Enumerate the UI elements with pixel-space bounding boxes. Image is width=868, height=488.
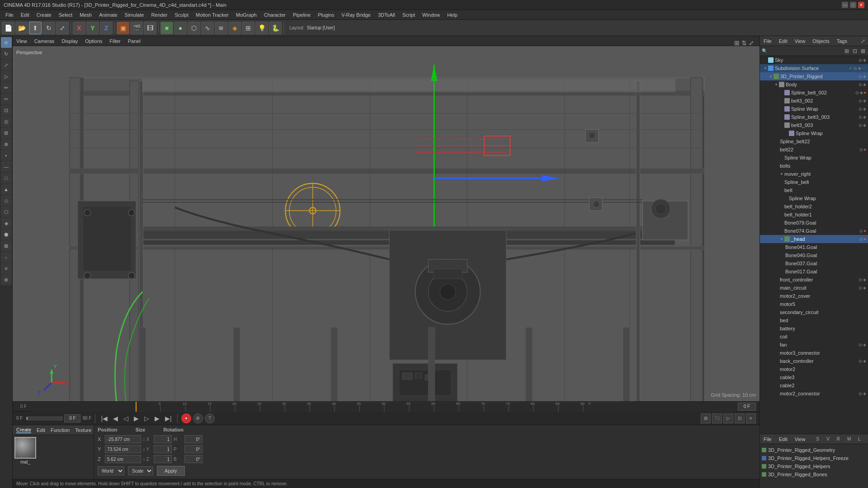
right-obj-row-bones[interactable]: 3D_Printer_Rigged_Bones <box>762 470 866 479</box>
menu-select[interactable]: Select <box>55 11 76 19</box>
viewport-3d[interactable]: Perspective <box>13 46 760 401</box>
fan-lock[interactable]: ◈ <box>863 343 866 347</box>
obj-item-spline-wrap-1[interactable]: Spline Wrap ◎ ◈ <box>760 105 868 113</box>
toolbar-render-all[interactable]: 🎞 <box>144 22 156 34</box>
current-frame-input[interactable] <box>738 403 756 411</box>
toolbar-sphere[interactable]: ● <box>174 22 187 34</box>
viewport-menu-options[interactable]: Options <box>85 38 102 44</box>
menu-simulate[interactable]: Simulate <box>121 11 148 19</box>
spb002-visible[interactable]: ◎ <box>855 90 859 95</box>
tool-loop[interactable]: ⊡ <box>1 105 12 116</box>
sub-visible-icon[interactable]: ◎ <box>854 66 857 70</box>
obj-item-belt[interactable]: belt <box>760 186 868 194</box>
toolbar-tool6[interactable]: 🐍 <box>269 22 282 34</box>
mc-lock[interactable]: ◈ <box>863 286 866 290</box>
viewport-menu-cameras[interactable]: Cameras <box>34 38 55 44</box>
mat-tab-function[interactable]: Function <box>51 427 70 433</box>
p-rotation-input[interactable] <box>184 445 203 453</box>
spb002-more[interactable]: ● <box>864 90 866 95</box>
viewport-menu-display[interactable]: Display <box>61 38 78 44</box>
tool-more2[interactable]: ⊕ <box>1 274 12 285</box>
next-frame-button[interactable]: ▶ <box>153 414 161 423</box>
obj-btn-2[interactable]: ⊡ <box>852 47 858 55</box>
playback-settings-button[interactable]: ⚙ <box>193 413 203 423</box>
toolbar-render-active[interactable]: 🎬 <box>130 22 143 34</box>
menu-mograph[interactable]: MoGraph <box>232 11 260 19</box>
tool-point[interactable]: • <box>1 150 12 161</box>
obj-item-motor3-connector[interactable]: motor3_connector <box>760 349 868 357</box>
minimize-button[interactable]: — <box>842 2 848 8</box>
b3002-lock[interactable]: ◈ <box>863 99 866 103</box>
goto-end-button[interactable]: ▶| <box>163 414 174 423</box>
obj-item-spline-belt[interactable]: Spline_belt <box>760 178 868 186</box>
tool-collapse[interactable]: ⊠ <box>1 240 12 251</box>
toolbar-new[interactable]: 📄 <box>2 22 14 34</box>
obj-item-bed[interactable]: bed <box>760 316 868 324</box>
tool-scale[interactable]: ⤢ <box>1 60 12 70</box>
tool-magnet[interactable]: ◎ <box>1 116 12 127</box>
obj-item-belt3-003[interactable]: belt3_003 ◎ ◈ <box>760 121 868 129</box>
obj-btn-1[interactable]: ⊞ <box>844 47 850 55</box>
b22-lock[interactable]: ● <box>864 147 866 152</box>
obj-item-mover-right[interactable]: ▼ mover_right <box>760 170 868 178</box>
fc-visible[interactable]: ◎ <box>859 277 862 282</box>
b22-visible[interactable]: ◎ <box>859 147 863 152</box>
obj-item-spline-wrap-4[interactable]: Spline Wrap <box>760 194 868 202</box>
menu-mesh[interactable]: Mesh <box>76 11 95 19</box>
playback-frame-input[interactable] <box>64 414 80 422</box>
obj-item-spline-belt-002[interactable]: Spline_belt_002 ◎ ◈ ● <box>760 89 868 97</box>
menu-animate[interactable]: Animate <box>95 11 121 19</box>
z-size-input[interactable] <box>154 455 172 463</box>
toolbar-cube[interactable]: ■ <box>160 22 173 34</box>
printer-visible-icon[interactable]: ◎ <box>859 74 862 79</box>
tool-split[interactable]: ⬦ <box>1 252 12 263</box>
prev-frame-button[interactable]: ◀ <box>111 414 120 423</box>
timeline-btn-4[interactable]: ⊡ <box>735 413 745 423</box>
obj-tab-file[interactable]: File <box>762 38 774 45</box>
obj-item-head[interactable]: ▼ _head ◎ ● <box>760 235 868 243</box>
z-position-input[interactable] <box>105 455 141 463</box>
toolbar-scale[interactable]: ⤢ <box>56 22 69 34</box>
obj-item-belt-holder1[interactable]: belt_holder1 <box>760 211 868 219</box>
maximize-button[interactable]: □ <box>850 2 856 8</box>
obj-item-bone040[interactable]: Bone040.Goal <box>760 251 868 259</box>
obj-item-secondary-circuit[interactable]: secondary_circuit <box>760 308 868 316</box>
obj-item-fan[interactable]: fan ◎ ◈ <box>760 341 868 349</box>
mc-visible[interactable]: ◎ <box>859 286 862 290</box>
obj-item-motor5[interactable]: motor5 <box>760 300 868 308</box>
toolbar-tool4[interactable]: ⊞ <box>242 22 255 34</box>
viewport-menu-panel[interactable]: Panel <box>128 38 141 44</box>
obj-item-spline-wrap-3[interactable]: Spline Wrap <box>760 154 868 162</box>
h-rotation-input[interactable] <box>184 435 203 443</box>
world-dropdown[interactable]: World Object <box>98 466 124 475</box>
menu-edit[interactable]: Edit <box>17 11 33 19</box>
printer-lock-icon[interactable]: ◈ <box>863 74 866 79</box>
timeline-btn-2[interactable]: ⬛ <box>712 413 722 423</box>
x-position-input[interactable] <box>105 435 141 443</box>
sky-lock-icon[interactable]: ◈ <box>863 58 866 62</box>
goto-start-button[interactable]: |◀ <box>99 414 109 423</box>
obj-item-bone037[interactable]: Bone037.Goal <box>760 259 868 267</box>
obj-tab-view[interactable]: View <box>793 38 807 45</box>
tool-more1[interactable]: ≡ <box>1 263 12 274</box>
material-swatch[interactable] <box>14 437 36 459</box>
spb3003-lock[interactable]: ◈ <box>863 115 866 119</box>
obj-item-sky[interactable]: Sky ◎ ◈ <box>760 56 868 64</box>
b-rotation-input[interactable] <box>184 455 203 463</box>
sub-lock-icon[interactable]: ◈ <box>858 66 861 70</box>
timeline-ruler[interactable]: 5 10 15 20 25 30 35 40 45 <box>33 402 736 412</box>
tool-move[interactable]: ⊕ <box>1 37 12 48</box>
b3003-lock[interactable]: ◈ <box>863 123 866 127</box>
menu-help[interactable]: Help <box>443 11 461 19</box>
obj-item-coil[interactable]: coil <box>760 333 868 341</box>
sky-visible-icon[interactable]: ◎ <box>859 58 862 62</box>
mat-tab-texture[interactable]: Texture <box>75 427 91 433</box>
obj-item-bone041[interactable]: Bone041.Goal <box>760 243 868 251</box>
obj-item-motor2-cover[interactable]: motor2_cover <box>760 292 868 300</box>
tool-axis[interactable]: ⊗ <box>1 139 12 150</box>
toolbar-z-axis[interactable]: Z <box>100 22 113 34</box>
menu-sculpt[interactable]: Sculpt <box>171 11 192 19</box>
obj-filter[interactable]: 🔍 <box>762 48 767 53</box>
toolbar-rotate[interactable]: ↻ <box>42 22 55 34</box>
tool-paint[interactable]: ✏ <box>1 82 12 93</box>
